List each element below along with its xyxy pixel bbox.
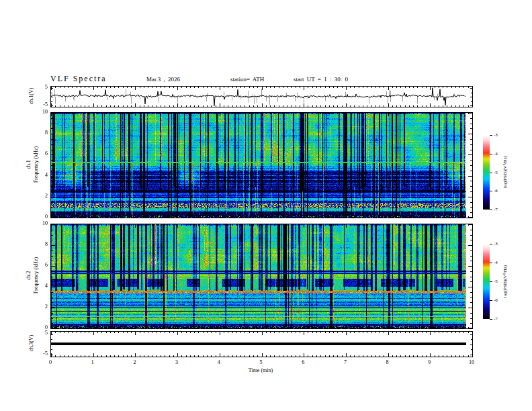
x-tick-label: 8 (381, 359, 394, 365)
x-tick-label: 0 (44, 359, 57, 365)
header-date: Mar.3 , 2026 (146, 76, 180, 83)
header-start-ut: start UT = 1 : 30: 0 (294, 76, 348, 83)
ch1-freq-tick-label: 2 (37, 193, 48, 199)
ch1-spectrogram-panel (50, 112, 473, 218)
colorbar-tick-label: -6 (494, 188, 498, 193)
ch1-freq-tick-label: 4 (37, 172, 48, 178)
colorbar-tickmark (490, 173, 492, 173)
colorbar-tick-label: -5 (494, 170, 498, 175)
page-title: VLF Spectra (50, 74, 107, 84)
ch1-waveform-canvas (51, 87, 472, 107)
x-tick-label: 10 (465, 359, 478, 365)
colorbar-tick-label: -7 (494, 316, 498, 322)
ch2-freq-tick-label: 4 (37, 283, 48, 289)
ch1-freq-tick-label: 0 (37, 214, 48, 220)
colorbar-tickmark (490, 191, 492, 191)
x-axis-title: Time (min) (249, 367, 273, 373)
ch1-volt-tick-label: 5 (37, 84, 48, 90)
x-tick-label: 1 (86, 359, 99, 365)
colorbar-tick-label: -3 (494, 241, 498, 246)
x-tick-label: 4 (212, 359, 226, 365)
ch1-freq-tick-label: 6 (37, 150, 48, 156)
colorbar-tickmark (490, 300, 492, 301)
ch2-channel-label: ch.2 (26, 271, 32, 280)
ch2-spectrogram-canvas (51, 224, 472, 328)
colorbar-tick-label: -4 (494, 151, 498, 156)
ch3-voltage-panel (50, 331, 473, 357)
ch1-voltage-axis-label: ch.1(V) (28, 88, 34, 105)
colorbar-ch1-label: log(PSD)(V²/Hz) (502, 156, 508, 188)
header-station: station= ATH (230, 76, 264, 83)
ch3-volt-tick-label: 5 (37, 330, 48, 336)
colorbar-tick-label: -7 (494, 207, 498, 212)
x-tick-label: 9 (423, 359, 436, 365)
x-tick-label: 6 (296, 359, 310, 365)
colorbar-tickmark (490, 210, 492, 210)
colorbar-tick-label: -5 (494, 279, 498, 284)
ch3-voltage-axis-label: ch.3(V) (28, 335, 34, 352)
ch1-spectrogram-canvas (51, 113, 472, 218)
x-tick-label: 2 (128, 359, 141, 365)
vlf-spectra-page: VLF Spectra Mar.3 , 2026 station= ATH st… (0, 0, 532, 411)
ch1-freq-tick-label: 8 (37, 130, 48, 136)
ch2-freq-tick-label: 8 (37, 241, 48, 247)
x-tick-label: 5 (255, 359, 268, 365)
ch1-freq-tick-label: 10 (37, 109, 48, 115)
ch2-freq-tick-label: 2 (37, 304, 48, 310)
ch2-spectrogram-panel (50, 224, 473, 329)
ch1-channel-label: ch.1 (26, 160, 32, 169)
colorbar-tickmark (490, 244, 492, 244)
colorbar-tick-label: -6 (494, 298, 498, 303)
ch2-freq-tick-label: 6 (37, 262, 48, 268)
ch2-freq-tick-label: 10 (37, 220, 48, 226)
colorbar-tickmark (490, 263, 492, 263)
colorbar-tickmark (490, 319, 492, 320)
colorbar-ch1 (483, 135, 490, 210)
ch3-volt-tick-label: -5 (37, 351, 48, 357)
colorbar-tick-label: -3 (494, 132, 498, 138)
colorbar-tick-label: -4 (494, 260, 498, 265)
colorbar-tickmark (490, 281, 492, 282)
colorbar-tickmark (490, 135, 492, 136)
ch1-voltage-panel (50, 86, 473, 107)
x-tick-label: 3 (170, 359, 183, 365)
x-tick-label: 7 (339, 359, 352, 365)
colorbar-ch2-label: log(PSD)(V²/Hz) (502, 265, 508, 298)
colorbar-ch2 (483, 244, 490, 319)
ch1-volt-tick-label: -5 (37, 101, 48, 107)
colorbar-tickmark (490, 154, 492, 154)
ch3-waveform-canvas (51, 332, 472, 357)
